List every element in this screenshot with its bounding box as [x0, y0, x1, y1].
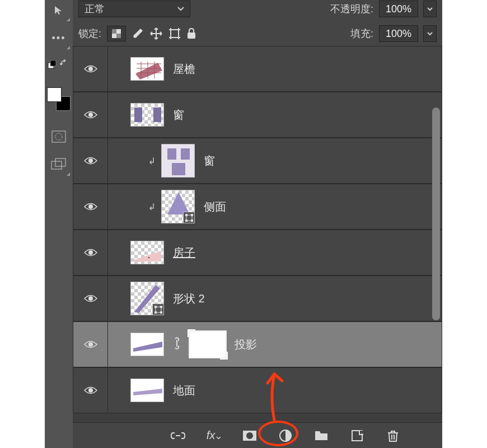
- visibility-toggle[interactable]: [73, 368, 108, 413]
- group-button[interactable]: [313, 427, 330, 444]
- tool-screenmode[interactable]: [49, 155, 69, 175]
- opacity-value[interactable]: 100%: [379, 1, 418, 17]
- layer-row[interactable]: ↳侧面: [73, 184, 442, 230]
- svg-point-16: [88, 158, 93, 163]
- layer-thumbnail[interactable]: [161, 190, 195, 223]
- svg-rect-35: [160, 306, 162, 308]
- tool-move[interactable]: [49, 0, 69, 20]
- layer-name[interactable]: 屋檐: [173, 62, 195, 77]
- svg-point-11: [88, 67, 93, 71]
- fill-label: 填充:: [350, 27, 373, 40]
- layer-row[interactable]: 房子: [73, 230, 442, 276]
- layer-thumbnail[interactable]: [130, 241, 164, 264]
- panel-bottom-bar: fx: [73, 422, 442, 448]
- fx-button[interactable]: fx: [205, 427, 222, 444]
- opacity-label: 不透明度:: [330, 2, 373, 16]
- svg-rect-2: [52, 131, 65, 142]
- layer-row[interactable]: 窗: [73, 92, 442, 138]
- layer-row[interactable]: 形状 2: [73, 276, 442, 321]
- visibility-toggle[interactable]: [73, 230, 108, 275]
- new-layer-button[interactable]: [349, 427, 366, 444]
- layers-panel: 正常 不透明度: 100% 锁定:: [73, 0, 442, 448]
- layer-content: 窗: [108, 103, 442, 127]
- link-layers-button[interactable]: [170, 427, 186, 444]
- svg-rect-25: [191, 214, 193, 216]
- svg-rect-7: [112, 29, 116, 34]
- layer-name[interactable]: 窗: [204, 153, 215, 169]
- blend-mode-select[interactable]: 正常: [78, 1, 190, 17]
- svg-rect-36: [154, 311, 157, 314]
- svg-rect-15: [153, 108, 161, 122]
- lock-brush[interactable]: [132, 27, 144, 40]
- layer-thumbnail[interactable]: [130, 103, 164, 127]
- lock-label: 锁定:: [78, 27, 101, 40]
- lock-position[interactable]: [149, 27, 163, 40]
- layer-name[interactable]: 侧面: [204, 199, 226, 214]
- visibility-toggle[interactable]: [73, 92, 108, 137]
- visibility-toggle[interactable]: [73, 322, 108, 367]
- lock-all[interactable]: [186, 28, 196, 39]
- layer-name[interactable]: 形状 2: [173, 291, 205, 306]
- add-mask-button[interactable]: [241, 427, 258, 444]
- svg-rect-47: [352, 431, 362, 441]
- svg-marker-29: [134, 251, 161, 262]
- foreground-background-colors[interactable]: [47, 87, 71, 111]
- delete-layer-button[interactable]: [385, 427, 401, 444]
- svg-point-21: [88, 204, 93, 209]
- svg-rect-1: [50, 60, 56, 66]
- layer-row[interactable]: 投影: [73, 321, 442, 367]
- layer-content: 地面: [108, 379, 442, 402]
- opacity-dropdown[interactable]: [423, 1, 437, 17]
- layer-thumbnail[interactable]: [161, 144, 195, 178]
- adjustment-layer-button[interactable]: [277, 427, 294, 444]
- mask-link-icon[interactable]: [173, 337, 181, 352]
- svg-rect-37: [160, 311, 162, 314]
- svg-rect-5: [55, 158, 65, 166]
- svg-point-28: [88, 250, 93, 255]
- layer-content: 投影: [108, 332, 442, 357]
- layer-row[interactable]: ↳窗: [73, 138, 442, 184]
- svg-rect-24: [185, 214, 188, 216]
- svg-point-3: [55, 133, 62, 140]
- svg-rect-20: [172, 163, 185, 175]
- svg-point-38: [88, 342, 93, 347]
- svg-rect-19: [181, 148, 190, 160]
- svg-rect-14: [134, 108, 142, 122]
- svg-point-30: [148, 257, 150, 259]
- visibility-toggle[interactable]: [73, 138, 108, 183]
- svg-marker-22: [167, 192, 190, 214]
- scrollbar[interactable]: [432, 108, 440, 320]
- mask-thumbnail[interactable]: [190, 332, 226, 357]
- layer-thumbnail[interactable]: [130, 333, 164, 356]
- fill-value[interactable]: 100%: [379, 25, 418, 42]
- layer-row[interactable]: 地面: [73, 367, 442, 413]
- layer-thumbnail[interactable]: [130, 282, 164, 315]
- layer-name[interactable]: 房子: [173, 245, 195, 260]
- default-swap-colors[interactable]: [48, 59, 70, 82]
- layer-thumbnail[interactable]: [130, 57, 164, 81]
- visibility-toggle[interactable]: [73, 184, 108, 229]
- tool-quickmask[interactable]: [49, 127, 69, 147]
- layer-content: ↳窗: [108, 144, 442, 178]
- svg-rect-27: [191, 220, 193, 222]
- layer-name[interactable]: 窗: [173, 108, 184, 123]
- lock-artboard[interactable]: [168, 27, 181, 40]
- blend-mode-value: 正常: [85, 2, 105, 16]
- lock-transparency[interactable]: [107, 26, 126, 41]
- layer-name[interactable]: 地面: [173, 383, 195, 398]
- layer-content: ↳侧面: [108, 190, 442, 223]
- tool-more[interactable]: •••: [49, 28, 69, 48]
- visibility-toggle[interactable]: [73, 46, 108, 91]
- svg-rect-18: [167, 148, 176, 160]
- layer-content: 房子: [108, 241, 442, 264]
- layer-name[interactable]: 投影: [235, 337, 257, 352]
- svg-rect-4: [51, 161, 62, 169]
- layers-list: 屋檐窗↳窗↳侧面房子形状 2投影地面: [73, 46, 442, 422]
- fill-dropdown[interactable]: [423, 25, 437, 42]
- layer-row[interactable]: 屋檐: [73, 46, 442, 92]
- svg-point-45: [246, 432, 253, 439]
- shape-badge-icon: [183, 212, 195, 223]
- layer-thumbnail[interactable]: [130, 379, 164, 402]
- visibility-toggle[interactable]: [73, 276, 108, 321]
- svg-rect-34: [154, 306, 157, 308]
